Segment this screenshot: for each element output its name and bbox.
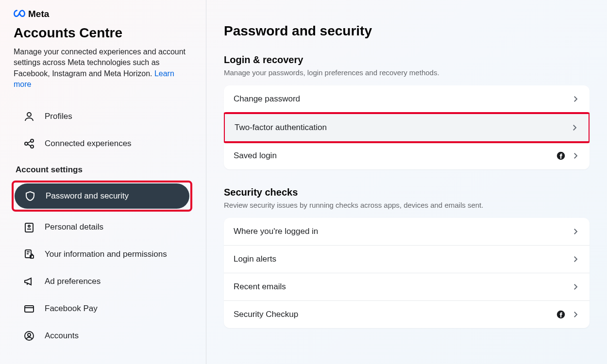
page-title: Password and security <box>224 23 590 39</box>
brand-name: Meta <box>28 9 49 19</box>
chevron-right-icon <box>570 123 579 132</box>
sidebar-item-label: Accounts <box>45 331 79 341</box>
chevron-right-icon <box>571 151 580 160</box>
row-label: Saved login <box>234 151 277 161</box>
chevron-right-icon <box>571 255 580 264</box>
row-recent-emails[interactable]: Recent emails <box>224 273 590 301</box>
row-change-password[interactable]: Change password <box>224 85 590 113</box>
row-label: Two-factor authentication <box>235 123 327 132</box>
highlight-box-sidebar: Password and security <box>12 181 192 212</box>
connections-icon <box>23 138 35 149</box>
section-subtitle-login-recovery: Manage your passwords, login preferences… <box>224 68 590 77</box>
sidebar-item-label: Personal details <box>45 222 103 232</box>
chevron-right-icon <box>571 282 580 291</box>
svg-point-5 <box>28 225 30 227</box>
row-saved-login[interactable]: Saved login <box>224 142 590 169</box>
svg-point-3 <box>31 145 34 148</box>
section-subtitle-security-checks: Review security issues by running checks… <box>224 201 590 209</box>
meta-infinity-icon <box>14 9 25 19</box>
row-two-factor-authentication[interactable]: Two-factor authentication <box>225 114 589 141</box>
meta-logo: Meta <box>14 9 192 19</box>
sidebar-description: Manage your connected experiences and ac… <box>14 47 192 90</box>
chevron-right-icon <box>571 310 580 319</box>
row-label: Login alerts <box>234 254 276 264</box>
row-label: Where you're logged in <box>234 227 318 236</box>
sidebar-item-profiles[interactable]: Profiles <box>14 104 192 129</box>
person-icon <box>23 111 35 122</box>
row-where-youre-logged-in[interactable]: Where you're logged in <box>224 218 590 246</box>
user-circle-icon <box>23 330 35 342</box>
section-title-login-recovery: Login & recovery <box>224 54 590 66</box>
row-security-checkup[interactable]: Security Checkup <box>224 301 590 328</box>
highlight-box-two-factor: Two-factor authentication <box>224 112 590 143</box>
row-label: Change password <box>234 94 300 104</box>
section-title-security-checks: Security checks <box>224 187 590 198</box>
sidebar-item-facebook-pay[interactable]: Facebook Pay <box>14 296 192 321</box>
sidebar-item-info-permissions[interactable]: Your information and permissions <box>14 242 192 267</box>
svg-point-2 <box>31 139 34 142</box>
sidebar-item-label: Password and security <box>46 191 129 201</box>
sidebar-title: Accounts Centre <box>14 25 192 41</box>
sidebar: Meta Accounts Centre Manage your connect… <box>0 0 206 364</box>
document-lock-icon <box>23 248 35 260</box>
megaphone-icon <box>23 276 35 287</box>
credit-card-icon <box>23 303 35 314</box>
facebook-icon <box>556 151 565 160</box>
svg-point-0 <box>27 113 31 116</box>
id-card-icon <box>23 221 35 233</box>
main-panel: Password and security Login & recovery M… <box>206 0 607 364</box>
login-recovery-card: Change password Two-factor authenticatio… <box>224 85 590 169</box>
svg-point-10 <box>28 333 31 336</box>
row-login-alerts[interactable]: Login alerts <box>224 246 590 273</box>
row-label: Recent emails <box>234 282 286 292</box>
shield-icon <box>24 190 36 202</box>
row-label: Security Checkup <box>234 310 298 319</box>
svg-point-1 <box>25 142 28 145</box>
chevron-right-icon <box>571 227 580 236</box>
sidebar-item-personal-details[interactable]: Personal details <box>14 215 192 240</box>
sidebar-item-label: Your information and permissions <box>45 249 167 259</box>
chevron-right-icon <box>571 95 580 103</box>
svg-rect-8 <box>25 306 34 312</box>
sidebar-item-label: Facebook Pay <box>45 304 98 314</box>
sidebar-item-label: Profiles <box>45 112 72 121</box>
sidebar-item-connected-experiences[interactable]: Connected experiences <box>14 131 192 156</box>
sidebar-item-label: Connected experiences <box>45 139 132 149</box>
account-settings-heading: Account settings <box>16 165 192 175</box>
security-checks-card: Where you're logged in Login alerts Rece… <box>224 218 590 328</box>
facebook-icon <box>556 310 565 319</box>
sidebar-item-password-security[interactable]: Password and security <box>15 183 189 209</box>
sidebar-item-label: Ad preferences <box>45 277 101 286</box>
sidebar-item-accounts[interactable]: Accounts <box>14 323 192 348</box>
sidebar-item-ad-preferences[interactable]: Ad preferences <box>14 269 192 294</box>
